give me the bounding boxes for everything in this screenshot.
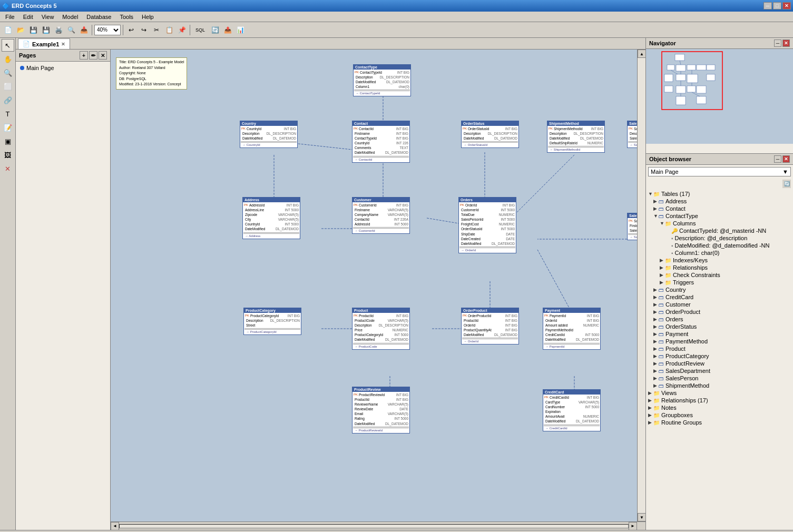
- tree-table-payment[interactable]: ▶ 🗃 Payment: [647, 330, 792, 338]
- tree-table-contact[interactable]: ▶ 🗃 Contact: [647, 205, 792, 212]
- payment-expand-icon[interactable]: ▶: [653, 331, 659, 337]
- tree-table-productreview[interactable]: ▶ 🗃 ProductReview: [647, 360, 792, 367]
- report-button[interactable]: 📊: [234, 24, 246, 36]
- group-tool[interactable]: ▣: [2, 135, 14, 147]
- example1-tab[interactable]: 📄 Example1 ✕: [18, 38, 70, 49]
- menu-tools[interactable]: Tools: [115, 12, 138, 22]
- tree-views-group[interactable]: ▶ 📁 Views: [647, 389, 792, 397]
- redo-button[interactable]: ↪: [138, 24, 150, 36]
- tree-relationships-group[interactable]: ▶ 📁 Relationships (17): [647, 397, 792, 404]
- menu-view[interactable]: View: [37, 12, 58, 22]
- views-expand-icon[interactable]: ▶: [648, 390, 653, 396]
- eraser-tool[interactable]: ✕: [2, 162, 14, 175]
- groupboxes-expand-icon[interactable]: ▶: [648, 412, 653, 418]
- erd-table-productcategory[interactable]: ProductCategoryPKProductCategoryIdINT BI…: [243, 308, 301, 335]
- productcategory-expand-icon[interactable]: ▶: [653, 353, 659, 359]
- tree-table-contacttype[interactable]: ▼ 🗃 ContactType: [647, 212, 792, 220]
- tree-table-salesdepartment[interactable]: ▶ 🗃 SalesDepartment: [647, 367, 792, 375]
- image-tool[interactable]: 🖼: [2, 149, 14, 161]
- orderproduct-expand-icon[interactable]: ▶: [653, 309, 659, 314]
- menu-edit[interactable]: Edit: [19, 12, 37, 22]
- triggers-expand-icon[interactable]: ▶: [660, 280, 665, 285]
- copy-button[interactable]: 📋: [163, 24, 175, 36]
- vertical-scrollbar[interactable]: ▲ ▼: [637, 50, 645, 521]
- notes-expand-icon[interactable]: ▶: [648, 405, 653, 410]
- erd-table-country[interactable]: CountryPKCountryIdINT BIGDescriptionDL_D…: [240, 121, 298, 148]
- erd-table-address[interactable]: AddressPKAddressIdINT BIGAddressLineINT …: [242, 197, 300, 239]
- tree-notes-group[interactable]: ▶ 📁 Notes: [647, 404, 792, 411]
- tree-table-paymentmethod[interactable]: ▶ 🗃 PaymentMethod: [647, 338, 792, 345]
- save-button[interactable]: 💾: [27, 24, 39, 36]
- print-preview-button[interactable]: 🔍: [65, 24, 77, 36]
- tree-table-orders[interactable]: ▶ 🗃 Orders: [647, 316, 792, 323]
- scroll-left-button[interactable]: ◄: [111, 522, 119, 530]
- paste-button[interactable]: 📌: [176, 24, 188, 36]
- tree-table-salesperson[interactable]: ▶ 🗃 SalesPerson: [647, 375, 792, 382]
- tree-table-country[interactable]: ▶ 🗃 Country: [647, 286, 792, 293]
- relationships-expand-icon[interactable]: ▶: [660, 265, 665, 270]
- erd-canvas[interactable]: Title: ERD Concepts 5 - Example Model Au…: [111, 50, 637, 521]
- erd-table-product[interactable]: ProductPKProductIdINT BIGProductCodeVARC…: [352, 308, 410, 350]
- tree-triggers[interactable]: ▶ 📁 Triggers: [647, 279, 792, 286]
- erd-table-orders[interactable]: OrdersPKOrderIdINT BIGCustomerIdINT 5000…: [458, 197, 516, 253]
- erd-table-productreview[interactable]: ProductReviewPKProductReviewIdINT BIGPro…: [352, 387, 410, 434]
- shipmentmethod-expand-icon[interactable]: ▶: [653, 383, 659, 388]
- rename-page-button[interactable]: ✏: [89, 51, 97, 60]
- scroll-up-button[interactable]: ▲: [638, 50, 645, 58]
- scroll-track-v[interactable]: [638, 58, 645, 513]
- salesdepartment-expand-icon[interactable]: ▶: [653, 368, 659, 373]
- object-browser-close-button[interactable]: ✕: [782, 155, 790, 163]
- check-constraints-expand-icon[interactable]: ▶: [660, 272, 665, 278]
- contact-expand-icon[interactable]: ▶: [653, 206, 659, 211]
- minimize-button[interactable]: ─: [763, 2, 772, 9]
- navigator-minimize-button[interactable]: ─: [774, 40, 781, 47]
- tree-col-description[interactable]: ▪ Description: @d_description: [647, 234, 792, 242]
- erd-table-shipmentmethod[interactable]: ShipmentMethodPKShipmentMethodIdINT BIGD…: [547, 121, 605, 153]
- save-as-button[interactable]: 💾: [40, 24, 52, 36]
- print-button[interactable]: 🖨️: [53, 24, 64, 36]
- tree-columns-group[interactable]: ▼ 📁 Columns: [647, 220, 792, 227]
- scroll-track-h[interactable]: [119, 524, 629, 528]
- tree-table-productcategory[interactable]: ▶ 🗃 ProductCategory: [647, 352, 792, 360]
- sync-button[interactable]: 🔄: [209, 24, 221, 36]
- table-tool[interactable]: ⬜: [2, 80, 14, 93]
- pan-tool[interactable]: ✋: [2, 53, 14, 65]
- tree-col-contacttypeid[interactable]: 🔑 ContactTypeId: @d_masterid -NN: [647, 227, 792, 234]
- orderstatus-expand-icon[interactable]: ▶: [653, 324, 659, 329]
- delete-page-button[interactable]: ✕: [99, 51, 107, 60]
- menu-database[interactable]: Database: [82, 12, 115, 22]
- maximize-button[interactable]: □: [773, 2, 781, 9]
- ddl-button[interactable]: SQL: [192, 24, 208, 36]
- erd-table-contact[interactable]: ContactPKContactIdINT BIGFirstnameINT BI…: [352, 121, 410, 163]
- erd-table-salesdepartment[interactable]: SalesDepartmentPKSalesDeptIdINT BIGDescr…: [627, 121, 637, 148]
- tree-routine-groups[interactable]: ▶ 📁 Routine Groups: [647, 419, 792, 426]
- scroll-right-button[interactable]: ►: [629, 522, 637, 530]
- zoom-tool[interactable]: 🔍: [2, 66, 14, 79]
- country-expand-icon[interactable]: ▶: [653, 287, 659, 292]
- tree-table-creditcard[interactable]: ▶ 🗃 CreditCard: [647, 293, 792, 301]
- paymentmethod-expand-icon[interactable]: ▶: [653, 339, 659, 344]
- tree-table-customer[interactable]: ▶ 🗃 Customer: [647, 301, 792, 308]
- rel-group-expand-icon[interactable]: ▶: [648, 398, 653, 403]
- new-button[interactable]: 📄: [2, 24, 14, 36]
- open-button[interactable]: 📂: [15, 24, 26, 36]
- tree-groupboxes-group[interactable]: ▶ 📁 Groupboxes: [647, 411, 792, 419]
- erd-table-salesperson[interactable]: SalesPersonPKSalesPersonIdFirstnameSales…: [627, 213, 637, 240]
- navigator-canvas[interactable]: [646, 49, 793, 144]
- page-dropdown[interactable]: Main Page ▼: [648, 167, 791, 176]
- zoom-select[interactable]: 40% 25% 50% 75% 100%: [94, 25, 121, 35]
- tree-col-column1[interactable]: ▪ Column1: char(0): [647, 249, 792, 257]
- main-page-item[interactable]: Main Page: [18, 64, 108, 72]
- refresh-button[interactable]: 🔄: [782, 180, 791, 188]
- orders-expand-icon[interactable]: ▶: [653, 317, 659, 322]
- address-expand-icon[interactable]: ▶: [653, 199, 659, 204]
- import-button[interactable]: 📥: [78, 24, 90, 36]
- tree-table-shipmentmethod[interactable]: ▶ 🗃 ShipmentMethod: [647, 382, 792, 389]
- relation-tool[interactable]: 🔗: [2, 94, 14, 106]
- tree-relationships[interactable]: ▶ 📁 Relationships: [647, 264, 792, 271]
- columns-expand-icon[interactable]: ▼: [660, 221, 665, 226]
- cut-button[interactable]: ✂: [151, 24, 162, 36]
- undo-button[interactable]: ↩: [125, 24, 137, 36]
- export-button[interactable]: 📤: [222, 24, 233, 36]
- menu-help[interactable]: Help: [138, 12, 158, 22]
